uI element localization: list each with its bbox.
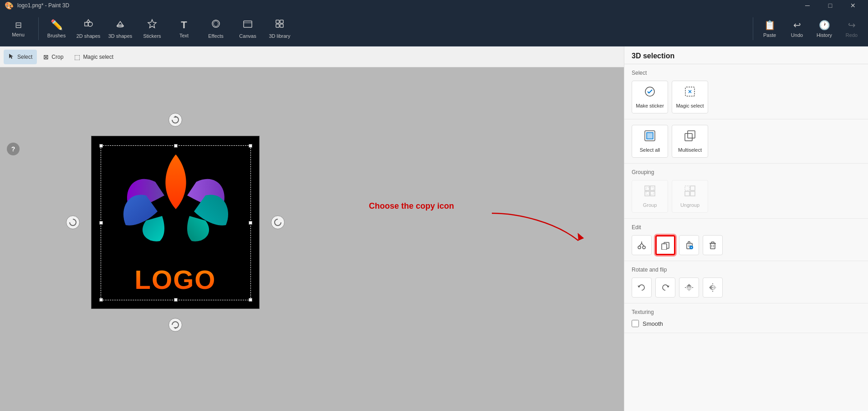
3dlibrary-label: 3D library — [269, 33, 290, 39]
copy-button[interactable] — [655, 235, 675, 255]
edit-section-label: Edit — [632, 224, 861, 231]
panel-edit-section: Edit — [624, 219, 868, 261]
flip-vertical-icon — [684, 283, 694, 293]
close-button[interactable]: ✕ — [842, 0, 863, 11]
rotate-handle-top[interactable] — [168, 113, 182, 127]
toolbar-effects[interactable]: Effects — [200, 13, 232, 45]
effects-label: Effects — [208, 33, 223, 39]
multiselect-button[interactable]: Multiselect — [672, 125, 708, 158]
magic-select-label: Magic select — [83, 54, 113, 60]
crop-button[interactable]: ⊠ Crop — [39, 50, 68, 64]
toolbar-right: 📋 Paste ↩ Undo 🕐 History ↪ Redo — [751, 13, 864, 45]
stickers-label: Stickers — [143, 33, 161, 39]
panel-title: 3D selection — [624, 46, 868, 64]
help-icon: ? — [11, 145, 15, 153]
smooth-label: Smooth — [643, 320, 663, 327]
rotate-right-button[interactable] — [655, 277, 675, 298]
toolbar-paste[interactable]: 📋 Paste — [757, 13, 782, 45]
cut-button[interactable] — [632, 235, 652, 255]
magic-select-panel-icon — [684, 86, 696, 100]
toolbar-canvas[interactable]: Canvas — [232, 13, 264, 45]
svg-text:Choose the copy icon: Choose the copy icon — [369, 201, 454, 211]
rotate-buttons-row — [632, 277, 861, 298]
window-title: logo1.png* - Paint 3D — [17, 2, 69, 9]
svg-line-33 — [639, 243, 642, 246]
logo-text: LOGO — [92, 264, 259, 295]
panel-texturing-section: Texturing Smooth — [624, 303, 868, 333]
svg-rect-37 — [662, 244, 667, 250]
smooth-checkbox[interactable] — [632, 320, 639, 327]
text-icon: T — [181, 19, 187, 31]
svg-rect-30 — [690, 191, 695, 196]
toolbar-3dshapes[interactable]: 3D shapes — [104, 13, 136, 45]
svg-rect-8 — [280, 20, 283, 23]
select-buttons-row: Make sticker Magic select — [632, 81, 861, 113]
toolbar-brushes[interactable]: ✏️ Brushes — [41, 13, 72, 45]
select-label: Select — [17, 54, 32, 60]
lotus-graphic — [101, 145, 251, 250]
toolbar-undo[interactable]: ↩ Undo — [784, 13, 810, 45]
toolbar-stickers[interactable]: Stickers — [136, 13, 168, 45]
make-sticker-icon — [644, 86, 656, 100]
toolbar-3dlibrary[interactable]: 3D library — [264, 13, 296, 45]
toolbar-redo[interactable]: ↪ Redo — [839, 13, 864, 45]
canvas-area: ? — [0, 67, 624, 411]
paste-special-icon: + — [684, 241, 694, 250]
canvas-label: Canvas — [239, 33, 256, 39]
paste-special-button[interactable]: + — [679, 235, 699, 255]
stickers-icon — [147, 19, 157, 31]
svg-rect-21 — [688, 131, 695, 138]
minimize-button[interactable]: ─ — [797, 0, 818, 11]
group-button[interactable]: Group — [632, 180, 668, 213]
handle-bottom-left[interactable] — [99, 298, 103, 302]
svg-rect-20 — [685, 134, 692, 141]
magic-select-button[interactable]: ⬚ Magic select — [70, 50, 118, 64]
menu-button[interactable]: ⊟ Menu — [4, 13, 33, 45]
3dshapes-label: 3D shapes — [108, 33, 133, 39]
rotate-handle-bottom[interactable] — [168, 318, 182, 332]
help-button[interactable]: ? — [7, 143, 20, 155]
svg-marker-50 — [686, 288, 692, 291]
logo-image: LOGO — [91, 136, 260, 309]
magic-select-panel-button[interactable]: Magic select — [672, 81, 708, 113]
make-sticker-button[interactable]: Make sticker — [632, 81, 668, 113]
rotate-left-button[interactable] — [632, 277, 652, 298]
rotate-right-icon — [660, 283, 670, 293]
2dshapes-label: 2D shapes — [77, 33, 101, 39]
select-all-label: Select all — [640, 147, 660, 153]
flip-vertical-button[interactable] — [679, 277, 699, 298]
history-icon: 🕐 — [819, 20, 830, 31]
selectall-buttons-row: Select all Multiselect — [632, 125, 861, 158]
smooth-row: Smooth — [632, 320, 861, 327]
magic-select-icon: ⬚ — [74, 53, 80, 61]
toolbar-text[interactable]: T Text — [168, 13, 200, 45]
rotate-handle-right[interactable] — [271, 216, 285, 229]
history-label: History — [817, 32, 832, 38]
select-button[interactable]: Select — [4, 50, 37, 64]
rotate-handle-left[interactable] — [66, 216, 80, 229]
ungroup-label: Ungroup — [680, 202, 700, 208]
panel-grouping-section: Grouping Group — [624, 164, 868, 219]
select-all-button[interactable]: Select all — [632, 125, 668, 158]
paste-label: Paste — [763, 32, 776, 38]
delete-button[interactable] — [703, 235, 723, 255]
toolbar-2dshapes[interactable]: 2D shapes — [72, 13, 104, 45]
handle-bottom-middle[interactable] — [174, 298, 178, 302]
ungroup-button[interactable]: Ungroup — [672, 180, 708, 213]
svg-rect-28 — [690, 186, 695, 190]
make-sticker-label: Make sticker — [636, 103, 664, 108]
handle-bottom-right[interactable] — [249, 298, 252, 302]
maximize-button[interactable]: □ — [820, 0, 841, 11]
svg-rect-27 — [685, 186, 689, 190]
texturing-section-label: Texturing — [632, 309, 861, 315]
svg-marker-14 — [574, 233, 584, 242]
multiselect-icon — [684, 130, 696, 144]
redo-icon: ↪ — [848, 20, 856, 31]
undo-label: Undo — [791, 32, 803, 38]
logo-selection-container[interactable]: LOGO — [91, 136, 260, 309]
flip-horizontal-button[interactable] — [703, 277, 723, 298]
toolbar-history[interactable]: 🕐 History — [812, 13, 837, 45]
svg-point-32 — [643, 246, 645, 249]
canvas-icon — [243, 19, 253, 31]
svg-rect-26 — [646, 187, 654, 195]
